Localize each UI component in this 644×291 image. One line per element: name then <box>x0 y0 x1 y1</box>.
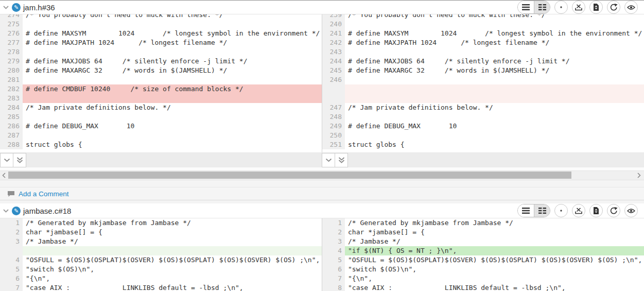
line-number: 7 <box>322 274 345 283</box>
diff-row[interactable]: 277# define MAXJPATH 1024 /* longest fil… <box>0 38 322 47</box>
show-more-context-button[interactable] <box>0 153 13 167</box>
file-diff-panel-jam-h: ✎ jam.h#36 274/* You probably don't need… <box>0 0 644 167</box>
code-text: char *jambase[] = { <box>345 228 644 237</box>
file-panel-header: ✎ jambase.c#18 <box>0 203 644 218</box>
comment-bubble-icon <box>7 191 15 197</box>
code-text <box>345 47 644 57</box>
code-text: # define DEBUG_MAX 10 <box>23 122 322 131</box>
side-by-side-view-button[interactable] <box>534 1 550 13</box>
diff-row[interactable]: 246 <box>322 75 644 84</box>
diff-row[interactable]: 2char *jambase[] = { <box>322 228 644 237</box>
side-by-side-view-icon <box>538 208 546 214</box>
code-text: /* You probably don't need to muck with … <box>345 14 644 20</box>
diff-row[interactable]: 287 <box>0 131 322 140</box>
file-versions-button[interactable] <box>589 1 603 14</box>
code-text: /* Generated by mkjambase from Jambase *… <box>345 218 644 228</box>
unified-view-button[interactable] <box>518 204 534 217</box>
diff-body: 274/* You probably don't need to muck wi… <box>0 14 644 152</box>
line-number: 246 <box>322 75 345 84</box>
diff-row[interactable]: 249# define DEBUG_MAX 10 <box>322 122 644 131</box>
line-number: 282 <box>0 84 23 94</box>
diff-row[interactable]: 282# define CMDBUF 10240 /* size of comm… <box>0 84 322 94</box>
comment-density-button[interactable] <box>554 204 568 217</box>
diff-row[interactable] <box>322 84 644 94</box>
horizontal-scrollbar[interactable] <box>0 170 644 180</box>
unified-view-button[interactable] <box>518 1 534 13</box>
show-all-context-button[interactable] <box>13 153 26 167</box>
diff-row[interactable]: 274/* You probably don't need to muck wi… <box>0 14 322 20</box>
diff-row[interactable]: 3/* Jambase */ <box>322 237 644 246</box>
preview-button[interactable] <box>624 1 638 14</box>
diff-row[interactable]: 280# define MAXARGC 32 /* words in $(JAM… <box>0 66 322 75</box>
line-number <box>322 94 345 103</box>
diff-row[interactable]: 279# define MAXJOBS 64 /* silently enfor… <box>0 57 322 66</box>
code-text <box>345 112 644 122</box>
chevron-down-icon <box>4 158 10 162</box>
code-text <box>345 131 644 140</box>
diff-row[interactable]: 250 <box>322 131 644 140</box>
line-number: 3 <box>322 237 345 246</box>
diff-row[interactable]: 7"{\n", <box>322 274 644 283</box>
diff-row[interactable]: 288struct globs { <box>0 140 322 149</box>
diff-row[interactable]: 286# define DEBUG_MAX 10 <box>0 122 322 131</box>
diff-pane-left: 1/* Generated by mkjambase from Jambase … <box>0 218 322 291</box>
diff-row[interactable]: 242# define MAXJPATH 1024 /* longest fil… <box>322 38 644 47</box>
collapse-panel-button[interactable] <box>0 1 11 14</box>
line-number: 285 <box>0 112 23 122</box>
show-more-context-button[interactable] <box>322 153 335 167</box>
line-number: 2 <box>0 228 23 237</box>
add-comment-link[interactable]: Add a Comment <box>19 190 69 198</box>
diff-row[interactable]: 247/* Jam private definitions below. */ <box>322 103 644 112</box>
code-text: /* You probably don't need to muck with … <box>23 14 322 20</box>
diff-row[interactable]: 1/* Generated by mkjambase from Jambase … <box>0 218 322 228</box>
eye-icon <box>627 5 635 10</box>
open-file-button[interactable] <box>607 204 620 217</box>
diff-row[interactable]: 7"case AIX : LINKLIBS default = -lbsd ;\… <box>0 283 322 291</box>
download-button[interactable] <box>572 1 585 14</box>
diff-row[interactable]: 245# define MAXARGC 32 /* words in $(JAM… <box>322 66 644 75</box>
diff-row[interactable]: 278 <box>0 47 322 57</box>
diff-row[interactable]: 5"OSFULL = $(OS)$(OSPLAT)$(OSVER) $(OS)$… <box>322 255 644 265</box>
open-in-new-icon <box>610 207 618 214</box>
diff-row[interactable]: 2char *jambase[] = { <box>0 228 322 237</box>
diff-row[interactable]: 240 <box>322 20 644 29</box>
diff-body: 1/* Generated by mkjambase from Jambase … <box>0 218 644 291</box>
diff-row[interactable]: 1/* Generated by mkjambase from Jambase … <box>322 218 644 228</box>
download-button[interactable] <box>572 204 585 217</box>
diff-row[interactable]: 6"switch $(OS)\n", <box>322 265 644 274</box>
diff-row[interactable]: 4"if $(NT) { OS = NT ; }\n", <box>322 246 644 255</box>
diff-row[interactable]: 283 <box>0 94 322 103</box>
diff-row[interactable]: 275 <box>0 20 322 29</box>
diff-row[interactable]: 244# define MAXJOBS 64 /* silently enfor… <box>322 57 644 66</box>
context-expanders-left <box>0 153 26 167</box>
scrollbar-thumb[interactable] <box>8 172 571 179</box>
show-all-context-button[interactable] <box>335 153 348 167</box>
open-file-button[interactable] <box>607 1 620 14</box>
scroll-right-arrow[interactable] <box>637 171 641 179</box>
diff-row[interactable]: 243 <box>322 47 644 57</box>
diff-row[interactable]: 5"switch $(OS)\n", <box>0 265 322 274</box>
diff-row[interactable]: 276# define MAXSYM 1024 /* longest symbo… <box>0 29 322 38</box>
diff-row[interactable]: 4"OSFULL = $(OS)$(OSPLAT)$(OSVER) $(OS)$… <box>0 255 322 265</box>
scroll-left-arrow[interactable] <box>2 171 6 179</box>
collapse-panel-button[interactable] <box>0 203 11 218</box>
file-name: jam.h#36 <box>23 3 55 12</box>
diff-row[interactable]: 281 <box>0 75 322 84</box>
diff-row[interactable]: 285 <box>0 112 322 122</box>
file-versions-button[interactable] <box>589 204 603 217</box>
code-text: # define MAXARGC 32 /* words in $(JAMSHE… <box>23 66 322 75</box>
diff-row[interactable]: 284/* Jam private definitions below. */ <box>0 103 322 112</box>
unified-view-icon <box>522 208 530 214</box>
diff-row[interactable] <box>0 246 322 255</box>
side-by-side-view-button[interactable] <box>534 204 550 217</box>
diff-row[interactable]: 241# define MAXSYM 1024 /* longest symbo… <box>322 29 644 38</box>
diff-row[interactable]: 251struct globs { <box>322 140 644 149</box>
comment-density-button[interactable] <box>554 1 568 14</box>
diff-row[interactable]: 6"{\n", <box>0 274 322 283</box>
diff-row[interactable]: 239/* You probably don't need to muck wi… <box>322 14 644 20</box>
diff-row[interactable]: 8"case AIX : LINKLIBS default = -lbsd ;\… <box>322 283 644 291</box>
preview-button[interactable] <box>624 204 638 217</box>
diff-row[interactable]: 248 <box>322 112 644 122</box>
diff-row[interactable] <box>322 94 644 103</box>
diff-row[interactable]: 3/* Jambase */ <box>0 237 322 246</box>
